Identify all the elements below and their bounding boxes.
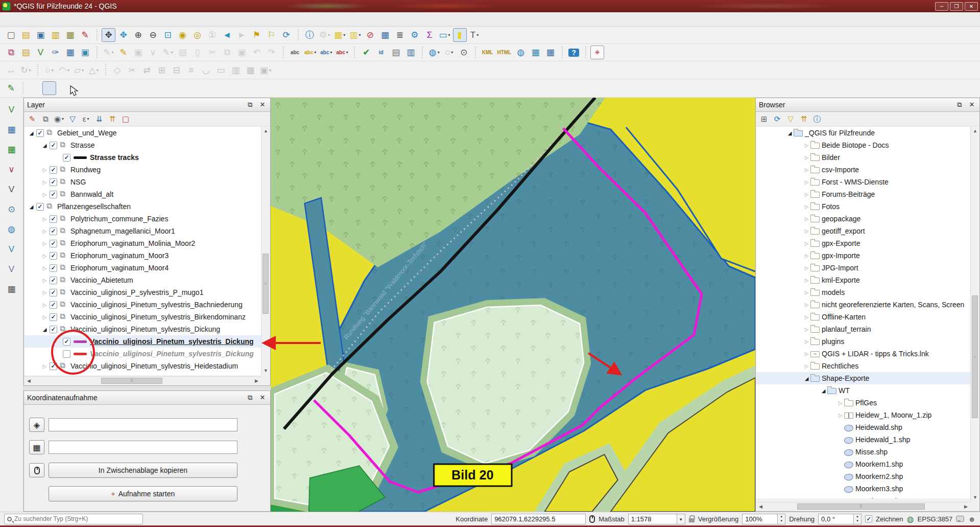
expander-icon[interactable]: ▷: [803, 204, 810, 210]
rotation-input[interactable]: [818, 514, 854, 524]
browser-shortcut[interactable]: ▷ QGIS + LIDAR - tipps & Tricks.lnk: [756, 348, 970, 360]
shape-ellipse-icon[interactable]: ◠▾: [57, 63, 71, 77]
menu-item[interactable]: [13, 17, 23, 21]
binoculars-icon[interactable]: ⊙▾: [457, 45, 471, 59]
layer-rundweg[interactable]: ▷ ✓ Rundweg: [25, 164, 261, 176]
scroll-left-icon[interactable]: ◀: [756, 502, 765, 511]
menu-item[interactable]: [95, 17, 105, 21]
expander-icon[interactable]: ▷: [41, 314, 49, 320]
float-panel-icon[interactable]: ⧉: [955, 101, 964, 109]
map-canvas[interactable]: Rundweg "Bannwald "Waldmoor-Torfstich" B…: [271, 98, 755, 512]
toggle-editing-icon[interactable]: ✎▾: [116, 45, 130, 59]
region-capture-icon[interactable]: ▾: [42, 81, 56, 95]
layer-dickung-active[interactable]: ✓ Vaccinio_uliginosi_Pinetum_sylvestris_…: [25, 335, 261, 348]
minimize-button[interactable]: ─: [935, 2, 948, 11]
expander-icon[interactable]: ▷: [41, 241, 49, 246]
menu-item[interactable]: [64, 17, 75, 21]
paste-features-icon[interactable]: ▣▾: [235, 45, 249, 59]
new-print-layout-icon[interactable]: ▥▾: [49, 28, 62, 42]
expander-icon[interactable]: ▷: [41, 192, 49, 197]
scroll-down-icon[interactable]: ▼: [971, 493, 979, 502]
expander-icon[interactable]: ▷: [803, 327, 810, 332]
advanced-digitize-icon[interactable]: ✎▾: [161, 45, 175, 59]
browser-folder[interactable]: ▷ Offline-Karten: [756, 311, 970, 323]
scroll-down-icon[interactable]: ▼: [261, 366, 270, 375]
browser-shapefile[interactable]: Misse.shp: [756, 446, 970, 458]
zoom-native-icon[interactable]: ①▾: [205, 28, 219, 42]
style-manager-icon[interactable]: ✎▾: [78, 28, 92, 42]
expander-icon[interactable]: ▷: [41, 216, 49, 222]
identify-id-icon[interactable]: id▾: [374, 45, 388, 59]
filter-legend-icon[interactable]: ▽▾: [66, 113, 79, 125]
delete-selected-icon[interactable]: ▯▾: [190, 45, 204, 59]
browser-folder[interactable]: ▷ geopackage: [756, 213, 970, 225]
layer-checkbox[interactable]: ✓: [50, 178, 57, 186]
grid-table-icon[interactable]: ▦▾: [529, 45, 542, 59]
grid-format-icon[interactable]: ▦: [29, 440, 44, 454]
browser-folder[interactable]: ▷ models: [756, 286, 970, 299]
magnifier-input[interactable]: [742, 514, 778, 524]
scrollbar-thumb[interactable]: ⦀: [101, 378, 162, 384]
expander-icon[interactable]: ◢: [41, 327, 49, 332]
collapse-browser-icon[interactable]: ⇈▾: [798, 113, 810, 125]
v-plus-icon[interactable]: V▾: [5, 262, 18, 276]
layer-eriophorum-moor3[interactable]: ▷ ✓ Eriophorum_vaginatum_Moor3: [25, 249, 261, 262]
layer-nsg[interactable]: ▷ ✓ NSG: [25, 176, 261, 188]
browser-hscrollbar[interactable]: ◀ ▶ ⦀: [756, 502, 970, 511]
geometry-check-icon[interactable]: ✔▾: [360, 45, 373, 59]
expander-icon[interactable]: ▷: [41, 265, 49, 271]
expander-icon[interactable]: ▷: [803, 302, 810, 308]
magnifier-spinner[interactable]: ▲▼: [778, 514, 785, 524]
modify-attributes-icon[interactable]: ▤▾: [176, 45, 189, 59]
expander-icon[interactable]: ◢: [786, 130, 794, 136]
processing-gear-icon[interactable]: ⚙▾: [408, 28, 421, 42]
menu-item[interactable]: [54, 17, 64, 21]
manage-themes-icon[interactable]: ◉▾: [53, 113, 65, 125]
layout-manager-icon[interactable]: ▦▾: [63, 28, 77, 42]
target-crosshair-icon[interactable]: ⌖▾: [590, 45, 604, 59]
photo-import-camera-icon[interactable]: ▾: [28, 81, 41, 95]
layer-checkbox[interactable]: ✓: [63, 154, 70, 162]
map-theme-brush-icon[interactable]: ✎▾: [4, 81, 18, 95]
layer-vaccinio-heidestadium[interactable]: ▷ ✓ Vaccinio_uliginosi_Pinetum_sylvestri…: [25, 360, 261, 372]
save-edits-icon[interactable]: ▣▾: [131, 45, 145, 59]
cut-features-icon[interactable]: ✂▾: [205, 45, 219, 59]
layer-eriophorum-moor4[interactable]: ▷ ✓ Eriophorum_vaginatum_Moor4: [25, 262, 261, 274]
undo-icon[interactable]: ↶▾: [250, 45, 264, 59]
browser-folder[interactable]: ▷ planlauf_terrain: [756, 323, 970, 335]
crs-picker-icon[interactable]: ◈: [29, 418, 44, 432]
select-features-icon[interactable]: ▦▾: [332, 28, 347, 42]
expander-icon[interactable]: ▷: [803, 339, 810, 345]
globe-icon[interactable]: ◍▾: [5, 222, 18, 236]
attribute-table-icon[interactable]: ▦▾: [378, 28, 392, 42]
browser-folder[interactable]: ▷ csv-Importe: [756, 164, 970, 176]
label-highlight-icon[interactable]: abc▾: [303, 45, 318, 59]
delete-part-icon[interactable]: ▥▾: [229, 63, 243, 77]
browser-folder-wt[interactable]: ◢ WT: [756, 384, 970, 397]
messages-icon[interactable]: [956, 516, 964, 522]
table-grid-icon[interactable]: ▦▾: [5, 282, 18, 295]
layer-tree-hscrollbar[interactable]: ◀ ▶ ⦀: [25, 376, 261, 385]
sum-statistics-icon[interactable]: Σ▾: [422, 28, 436, 42]
select-by-value-icon[interactable]: ▥▾: [348, 28, 362, 42]
layer-checkbox[interactable]: ✓: [50, 301, 57, 309]
label-red-icon[interactable]: abc▾: [335, 45, 350, 59]
menu-item[interactable]: [105, 17, 115, 21]
browser-zip[interactable]: ▷ Heidew_1, Moorw_1.zip: [756, 409, 970, 421]
render-checkbox[interactable]: ✓: [865, 515, 872, 522]
layer-checkbox[interactable]: ✓: [50, 215, 57, 223]
close-panel-icon[interactable]: ✕: [967, 101, 976, 109]
browser-shapefile[interactable]: Moorkern1.shp: [756, 458, 970, 470]
layer-checkbox[interactable]: ✓: [50, 362, 57, 370]
expander-icon[interactable]: ▷: [41, 363, 49, 369]
close-panel-icon[interactable]: ✕: [258, 394, 267, 402]
reshape-icon[interactable]: ◇▾: [110, 63, 124, 77]
new-geopackage-icon[interactable]: ✑▾: [49, 45, 62, 59]
expander-icon[interactable]: ▷: [836, 400, 844, 406]
browser-folder[interactable]: ▷ Forst - WMS-Dienste: [756, 176, 970, 188]
layer-checkbox[interactable]: ✓: [63, 338, 70, 346]
layer-group-strasse[interactable]: ◢ ✓ Strasse: [25, 139, 261, 151]
new-shapefile-icon[interactable]: V▾: [34, 45, 47, 59]
map-tips-icon[interactable]: ▮▾: [453, 28, 467, 42]
expander-icon[interactable]: ▷: [41, 253, 49, 259]
